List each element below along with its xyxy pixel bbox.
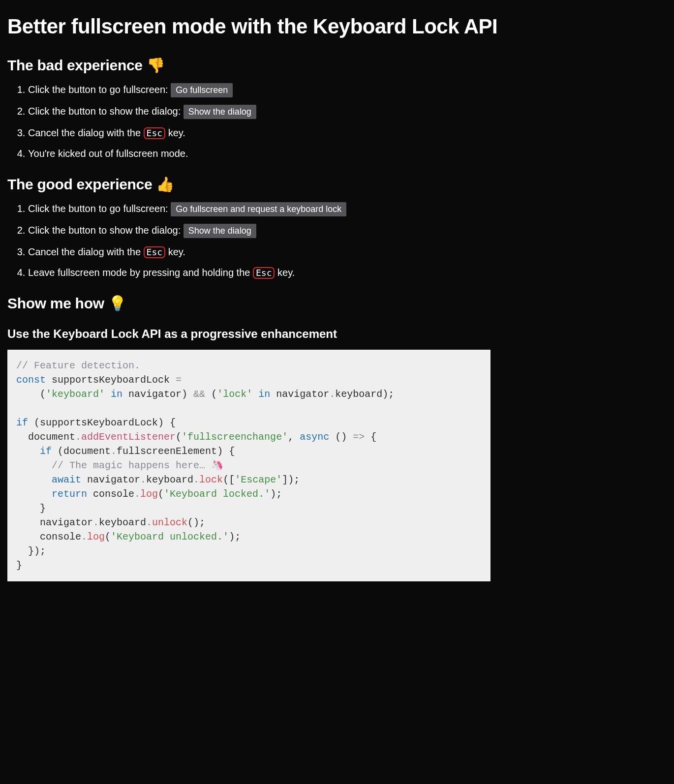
code-operator: => (353, 431, 365, 443)
code-text: console (16, 531, 81, 543)
list-item: You're kicked out of fullscreen mode. (28, 147, 667, 160)
code-text: ); (229, 531, 241, 543)
code-operator: . (329, 389, 335, 400)
esc-key: Esc (144, 127, 166, 140)
code-operator: . (111, 446, 117, 457)
code-operator: = (176, 374, 182, 386)
good-steps-list: Click the button to go fullscreen: Go fu… (7, 202, 667, 279)
code-string: 'Escape' (235, 474, 282, 485)
code-text: ) { (217, 446, 235, 457)
code-keyword: await (52, 474, 81, 485)
code-text: ( (16, 389, 46, 400)
code-text (16, 474, 52, 485)
step-text: key. (275, 267, 295, 278)
code-keyword: in (105, 389, 128, 400)
code-operator: . (140, 474, 146, 485)
code-keyword: if (40, 446, 52, 457)
code-text: supportsKeyboardLock (46, 374, 176, 386)
subheading-progressive-enhancement: Use the Keyboard Lock API as a progressi… (7, 326, 667, 342)
code-text: ( (158, 488, 164, 500)
step-text: Click the button to show the dialog: (28, 106, 184, 117)
code-text (16, 460, 52, 471)
step-text: Click the button to go fullscreen: (28, 203, 171, 214)
list-item: Cancel the dialog with the Esc key. (28, 126, 667, 140)
code-text: () (329, 431, 353, 443)
code-text: document (16, 431, 75, 443)
code-operator: . (146, 517, 152, 528)
list-item: Leave fullscreen mode by pressing and ho… (28, 266, 667, 279)
code-string: 'Keyboard unlocked.' (111, 531, 229, 543)
list-item: Click the button to show the dialog: Sho… (28, 223, 667, 238)
heading-show-me-how: Show me how 💡 (7, 293, 667, 314)
step-text: You're kicked out of fullscreen mode. (28, 148, 188, 159)
code-keyword: async (300, 431, 329, 443)
go-fullscreen-lock-button[interactable]: Go fullscreen and request a keyboard loc… (171, 202, 346, 216)
step-text: Cancel the dialog with the (28, 127, 144, 138)
code-text: ) (182, 389, 193, 400)
code-operator: . (193, 474, 199, 485)
show-dialog-button[interactable]: Show the dialog (184, 224, 256, 238)
code-method: addEventListener (81, 431, 176, 443)
code-method: log (140, 488, 158, 500)
step-text: Click the button to show the dialog: (28, 225, 184, 236)
code-comment: // The magic happens here… 🦄 (52, 460, 223, 471)
code-text: ); (382, 389, 394, 400)
code-text: keyboard (146, 474, 193, 485)
code-text: navigator (128, 389, 182, 400)
step-text: Leave fullscreen mode by pressing and ho… (28, 267, 253, 278)
go-fullscreen-button[interactable]: Go fullscreen (171, 83, 233, 97)
step-text: Click the button to go fullscreen: (28, 84, 171, 95)
code-text: ( (176, 431, 182, 443)
code-text: (document (52, 446, 111, 457)
code-text: fullscreenElement (117, 446, 217, 457)
code-text: ( (105, 531, 111, 543)
code-string: 'Keyboard locked.' (164, 488, 270, 500)
code-operator: && (193, 389, 205, 400)
code-text: } (16, 560, 22, 571)
code-method: lock (199, 474, 223, 485)
page-title: Better fullscreen mode with the Keyboard… (7, 12, 667, 41)
code-method: unlock (152, 517, 187, 528)
code-text: (); (187, 517, 205, 528)
code-text: keyboard (335, 389, 382, 400)
code-text: navigator (81, 474, 140, 485)
code-block: // Feature detection. const supportsKeyb… (7, 350, 490, 581)
code-text: keyboard (99, 517, 146, 528)
step-text: key. (165, 246, 185, 257)
esc-key: Esc (253, 267, 275, 279)
code-text: }); (16, 545, 46, 557)
show-dialog-button[interactable]: Show the dialog (184, 105, 256, 119)
code-text: , (288, 431, 300, 443)
heading-bad-experience: The bad experience 👎 (7, 55, 667, 76)
code-operator: . (81, 531, 87, 543)
code-keyword: if (16, 417, 28, 428)
code-text: console (87, 488, 134, 500)
code-method: log (87, 531, 105, 543)
code-text: ); (270, 488, 282, 500)
code-text: ( (205, 389, 217, 400)
bad-steps-list: Click the button to go fullscreen: Go fu… (7, 83, 667, 160)
code-string: 'keyboard' (46, 389, 105, 400)
code-text: ]); (282, 474, 300, 485)
code-text (16, 488, 52, 500)
code-operator: . (134, 488, 140, 500)
esc-key: Esc (144, 246, 166, 259)
code-text: } (16, 503, 46, 514)
code-string: 'fullscreenchange' (182, 431, 288, 443)
code-text (16, 446, 40, 457)
step-text: Cancel the dialog with the (28, 246, 144, 257)
heading-good-experience: The good experience 👍 (7, 174, 667, 195)
code-keyword: return (52, 488, 87, 500)
code-text: navigator (276, 389, 329, 400)
code-keyword: in (252, 389, 276, 400)
code-operator: . (75, 431, 81, 443)
list-item: Cancel the dialog with the Esc key. (28, 245, 667, 259)
step-text: key. (165, 127, 185, 138)
code-comment: // Feature detection. (16, 360, 140, 371)
list-item: Click the button to go fullscreen: Go fu… (28, 202, 667, 216)
list-item: Click the button to go fullscreen: Go fu… (28, 83, 667, 97)
list-item: Click the button to show the dialog: Sho… (28, 104, 667, 119)
code-text: navigator (16, 517, 93, 528)
code-keyword: const (16, 374, 46, 386)
code-text: { (365, 431, 376, 443)
